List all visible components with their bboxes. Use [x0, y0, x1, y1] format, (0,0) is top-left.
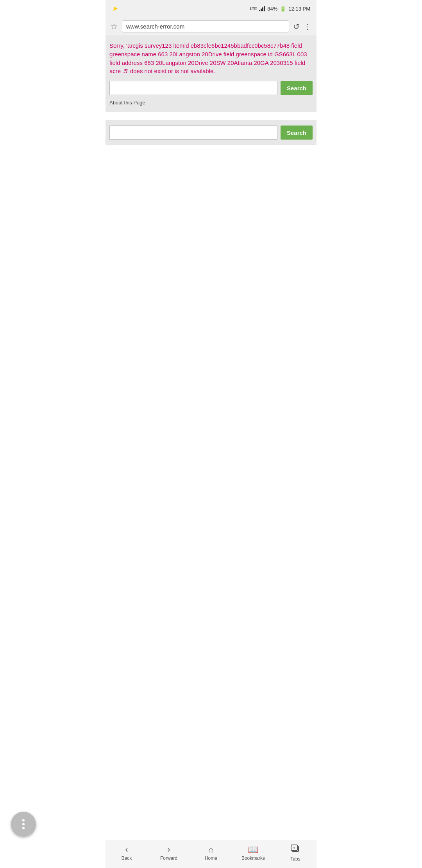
bookmarks-icon: 📖 — [248, 845, 258, 854]
nav-tabs[interactable]: 3 Tabs — [284, 845, 307, 862]
nav-bookmarks[interactable]: 📖 Bookmarks — [241, 845, 265, 861]
signal-bars — [259, 6, 265, 11]
url-bar[interactable]: www.search-error.com — [122, 20, 289, 32]
tabs-icon: 3 — [291, 845, 300, 855]
search-button-1[interactable]: Search — [281, 81, 313, 95]
reload-icon[interactable]: ↺ — [293, 22, 300, 31]
lte-label: LTE — [250, 7, 257, 11]
battery-icon: 🔋 — [280, 6, 286, 12]
nav-forward[interactable]: › Forward — [157, 845, 181, 861]
forward-label: Forward — [160, 855, 177, 861]
search-input-2[interactable] — [109, 126, 277, 140]
search-input-1[interactable] — [109, 81, 277, 95]
main-content — [106, 145, 316, 380]
forward-icon: › — [167, 845, 170, 854]
carrier-logo: ➤ — [112, 4, 118, 13]
second-search-section: Search — [106, 120, 316, 145]
time: 12:13 PM — [288, 6, 310, 12]
tabs-label: Tabs — [290, 856, 300, 862]
error-message: Sorry, 'arcgis survey123 itemid eb83cfe6… — [109, 41, 313, 75]
more-options-icon[interactable]: ⋮ — [304, 22, 312, 31]
bookmark-icon[interactable]: ☆ — [110, 22, 118, 32]
home-icon: ⌂ — [208, 845, 213, 854]
browser-bar: ☆ www.search-error.com ↺ ⋮ — [106, 17, 316, 36]
battery-level: 84% — [267, 6, 277, 12]
error-section: Sorry, 'arcgis survey123 itemid eb83cfe6… — [106, 36, 316, 112]
status-right: LTE 84% 🔋 12:13 PM — [250, 6, 310, 12]
nav-home[interactable]: ⌂ Home — [199, 845, 223, 861]
svg-text:3: 3 — [293, 846, 295, 850]
search-button-2[interactable]: Search — [281, 126, 313, 140]
status-bar: ➤ LTE 84% 🔋 12:13 PM — [106, 0, 316, 17]
nav-back[interactable]: ‹ Back — [115, 845, 138, 861]
divider — [106, 112, 316, 116]
bottom-nav: ‹ Back › Forward ⌂ Home 📖 Bookmarks 3 Ta… — [106, 840, 316, 868]
bookmarks-label: Bookmarks — [241, 855, 265, 861]
home-label: Home — [205, 855, 217, 861]
carrier-info: ➤ — [112, 4, 118, 13]
back-label: Back — [122, 855, 132, 861]
about-this-page-link[interactable]: About this Page — [109, 100, 145, 106]
search-row-1: Search — [109, 81, 313, 95]
back-icon: ‹ — [125, 845, 128, 854]
